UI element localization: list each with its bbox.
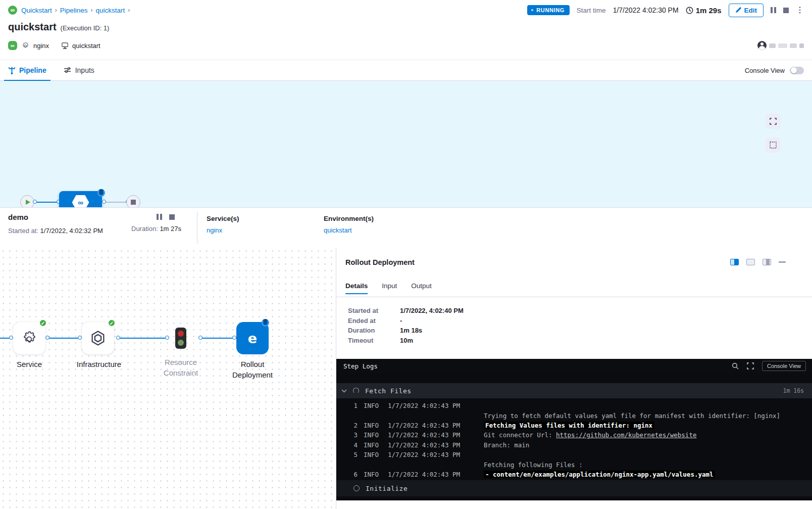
traffic-light-green-icon: [178, 340, 184, 346]
step-node-rollout-deployment[interactable]: e: [236, 322, 269, 354]
tab-pipeline[interactable]: Pipeline: [8, 60, 46, 80]
redacted-text: [769, 43, 776, 48]
pause-execution-button[interactable]: [771, 7, 776, 13]
layout-split-right-button[interactable]: [730, 259, 739, 265]
exec-port: [198, 336, 202, 340]
tab-details[interactable]: Details: [345, 282, 368, 294]
started-at-value: 1/7/2022, 4:02:32 PM: [40, 227, 103, 235]
step-label-rollout-deployment: RolloutDeployment: [225, 359, 280, 380]
tab-output[interactable]: Output: [411, 282, 432, 294]
page-title: quickstart: [8, 21, 57, 33]
step-node-resource-constraint[interactable]: [175, 328, 186, 349]
environment-meta-label: quickstart: [72, 42, 100, 50]
detail-row-ended-at: Ended at-: [348, 316, 464, 326]
breadcrumb-pipelines[interactable]: Pipelines: [60, 7, 88, 14]
expand-icon[interactable]: [747, 362, 754, 369]
detail-row-duration: Duration1m 18s: [348, 326, 464, 336]
edit-button[interactable]: Edit: [729, 4, 764, 17]
stage-summary-bar: demo Started at: 1/7/2022, 4:02:32 PM Du…: [0, 207, 812, 248]
tab-inputs[interactable]: Inputs: [64, 60, 94, 80]
clock-icon: [686, 7, 693, 14]
status-badge: RUNNING: [527, 5, 570, 15]
exec-port: [116, 336, 120, 340]
tab-input[interactable]: Input: [382, 282, 397, 294]
section-duration: 1m 16s: [783, 387, 804, 394]
step-node-infrastructure[interactable]: [82, 322, 114, 354]
started-at-label: Started at:: [8, 227, 38, 235]
pipeline-canvas[interactable]: ∞ demo + −: [0, 81, 812, 207]
log-line-continuation: Trying to fetch default values yaml file…: [336, 410, 812, 420]
log-line: 1INFO1/7/2022 4:02:43 PM: [336, 401, 812, 410]
stop-execution-button[interactable]: [783, 8, 789, 13]
log-line: 6INFO1/7/2022 4:02:43 PM- content/en/exa…: [336, 470, 812, 479]
start-time-label: Start time: [577, 7, 606, 14]
harness-logo-icon: ∞: [8, 6, 17, 15]
layout-bottom-button[interactable]: [746, 259, 755, 265]
divider: [336, 297, 812, 297]
environment-meta[interactable]: quickstart: [61, 42, 100, 50]
gear-icon: [21, 330, 37, 346]
pencil-icon: [735, 7, 741, 13]
step-logs-title: Step Logs: [343, 362, 378, 370]
log-section-fetch-files[interactable]: Fetch Files 1m 16s: [336, 383, 812, 398]
pipeline-icon: [8, 67, 16, 74]
fullscreen-button[interactable]: [766, 114, 781, 129]
logs-console-view-button[interactable]: Console View: [762, 361, 806, 371]
view-tabbar: Pipeline Inputs Console View: [0, 60, 812, 81]
status-dot-icon: [531, 9, 533, 11]
marquee-select-button[interactable]: [766, 137, 781, 153]
step-detail-panel: Rollout Deployment Details Input Output …: [336, 248, 812, 509]
stage-pause-button[interactable]: [157, 214, 162, 220]
environment-link[interactable]: quickstart: [324, 226, 374, 234]
stage-stop-button[interactable]: [169, 214, 175, 220]
running-spinner-icon: [262, 319, 269, 327]
log-line: 4INFO1/7/2022 4:02:43 PMBranch: main: [336, 440, 812, 450]
step-logs-console: Step Logs Console View Fetch Files 1m 16…: [336, 359, 812, 500]
user-avatar[interactable]: [757, 41, 767, 50]
infrastructure-icon: [61, 42, 69, 50]
rollout-icon: e: [248, 331, 257, 346]
breadcrumb-quickstart[interactable]: Quickstart: [21, 7, 52, 14]
exec-edge: [47, 338, 80, 339]
exec-port: [45, 336, 49, 340]
execution-id: (Execution ID: 1): [61, 24, 110, 32]
section-pending-icon: [353, 485, 360, 491]
running-spinner-icon: [97, 189, 105, 197]
layout-panel-button[interactable]: [763, 259, 771, 265]
exec-edge: [118, 338, 167, 339]
service-meta[interactable]: nginx: [22, 42, 49, 50]
chevron-right-icon: ›: [91, 7, 93, 14]
hexagon-icon: [89, 330, 107, 347]
duration-value: 1m 27s: [160, 225, 181, 233]
step-label-service: Service: [7, 359, 52, 369]
inputs-icon: [64, 67, 72, 74]
search-icon[interactable]: [732, 362, 739, 369]
service-link[interactable]: nginx: [207, 226, 324, 234]
duration-label: Duration:: [131, 225, 158, 233]
log-line: 3INFO1/7/2022 4:02:43 PM Git connector U…: [336, 430, 812, 440]
start-time-value: 1/7/2022 4:02:30 PM: [613, 6, 679, 14]
minimize-panel-button[interactable]: [779, 261, 786, 263]
success-check-icon: ✓: [108, 319, 116, 327]
stage-name: demo: [8, 213, 131, 221]
exec-port: [165, 336, 169, 340]
more-options-icon[interactable]: ⋮: [796, 6, 804, 14]
edge-demo-end: [104, 202, 127, 203]
detail-row-timeout: Timeout10m: [348, 336, 464, 346]
redacted-text: [799, 43, 804, 48]
play-icon: [26, 200, 30, 205]
log-link-git-connector[interactable]: https://github.com/kubernetes/website: [556, 431, 696, 439]
log-lines: 1INFO1/7/2022 4:02:43 PM Trying to fetch…: [336, 401, 812, 479]
elapsed-duration: 1m 29s: [686, 6, 722, 15]
execution-graph-canvas[interactable]: ✓ ✓ e Service Infrastructure ResourceCon…: [0, 248, 336, 509]
chevron-down-icon[interactable]: [341, 389, 347, 393]
breadcrumb-pipeline-name[interactable]: quickstart: [96, 7, 125, 14]
step-node-service[interactable]: [13, 322, 45, 354]
log-section-initialize[interactable]: Initialize: [336, 480, 812, 496]
log-line-continuation: Fetching following Files :: [336, 459, 812, 469]
console-view-toggle[interactable]: [790, 67, 804, 74]
section-name: Initialize: [366, 485, 408, 492]
section-name: Fetch Files: [365, 387, 412, 395]
exec-port: [232, 336, 236, 340]
cd-module-icon: ∞: [8, 41, 17, 50]
